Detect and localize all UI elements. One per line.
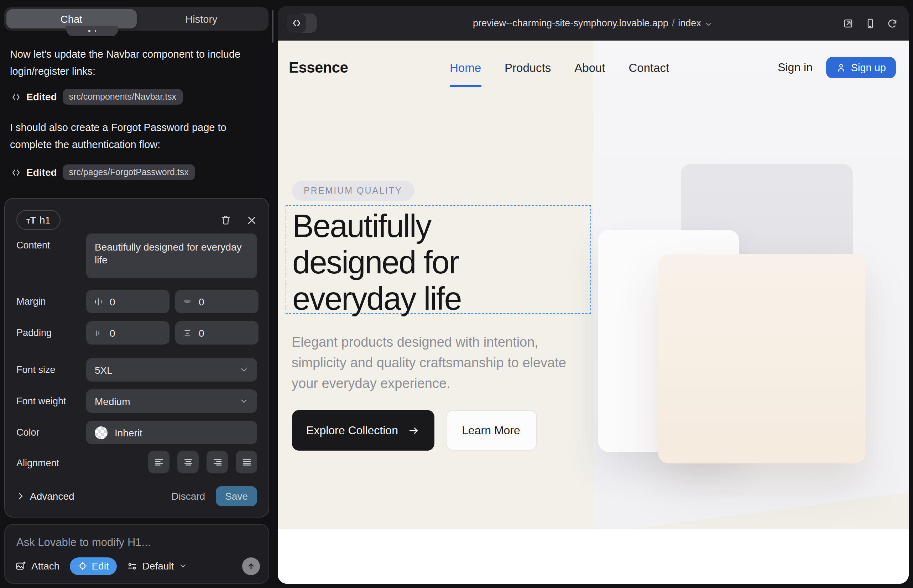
chevron-right-icon (16, 492, 25, 501)
content-field[interactable]: Beautifully designed for everyday life (86, 234, 257, 278)
trash-icon[interactable] (220, 214, 231, 226)
chevron-down-icon (179, 562, 187, 570)
url-separator: / (672, 18, 675, 29)
margin-y-input[interactable]: 0 (175, 290, 259, 313)
open-external-icon[interactable] (842, 18, 854, 29)
sidebar-scrollbar[interactable] (272, 10, 274, 43)
font-weight-select[interactable]: Medium (86, 389, 257, 413)
chat-message: Now let's update the Navbar component to… (10, 45, 251, 80)
padding-x-icon (93, 328, 103, 338)
chat-message: I should also create a Forgot Password p… (10, 119, 251, 153)
image-plus-icon (15, 560, 26, 572)
chevron-down-icon (705, 19, 713, 28)
alignment-label: Alignment (16, 458, 59, 468)
close-icon[interactable] (246, 215, 257, 225)
color-swatch (95, 426, 108, 439)
code-icon (11, 168, 21, 177)
advanced-toggle[interactable]: Advanced (30, 491, 74, 502)
hero-heading[interactable]: Beautifully designed for everyday life (292, 208, 461, 317)
chat-composer[interactable]: Ask Lovable to modify H1... Attach Edit … (4, 524, 269, 584)
person-icon (836, 63, 846, 73)
font-size-value: 5XL (95, 364, 113, 375)
learn-more-button[interactable]: Learn More (445, 410, 537, 451)
align-right-icon (212, 457, 223, 467)
padding-label: Padding (16, 328, 52, 338)
hero-heading-line: everyday life (292, 281, 461, 317)
file-edit-row[interactable]: Edited src/pages/ForgotPassword.tsx (11, 163, 195, 181)
discard-button[interactable]: Discard (171, 491, 205, 502)
align-justify-icon (241, 457, 252, 467)
composer-placeholder[interactable]: Ask Lovable to modify H1... (16, 536, 151, 549)
tab-history[interactable]: History (136, 9, 266, 29)
attach-label: Attach (31, 560, 60, 572)
padding-x-input[interactable]: 0 (86, 321, 170, 344)
hero-heading-line: designed for (292, 244, 461, 281)
save-button[interactable]: Save (216, 486, 257, 506)
scrolled-message-peek[interactable] (66, 26, 118, 36)
chat-sidebar: Chat History Now let's update the Navbar… (0, 0, 277, 588)
url-page: index (678, 18, 701, 29)
dot (88, 30, 90, 32)
padding-y-icon (182, 328, 192, 338)
send-button[interactable] (242, 557, 260, 575)
refresh-icon[interactable] (887, 18, 898, 29)
url-host: preview--charming-site-symphony.lovable.… (473, 18, 669, 29)
site-preview: Essence Home Products About Contact Sign… (277, 40, 909, 584)
preview-url[interactable]: preview--charming-site-symphony.lovable.… (277, 6, 909, 40)
crosshair-icon (77, 561, 87, 571)
attach-button[interactable]: Attach (15, 560, 60, 572)
align-left-icon (154, 457, 164, 467)
content-value: Beautifully designed for everyday life (95, 241, 249, 266)
editor-header: TT h1 (16, 209, 257, 231)
hero-badge: PREMIUM QUALITY (291, 181, 414, 201)
color-value: Inherit (115, 427, 142, 438)
align-center-icon (183, 457, 193, 467)
nav-link-contact[interactable]: Contact (629, 61, 669, 74)
preview-toolbar: preview--charming-site-symphony.lovable.… (277, 6, 909, 40)
color-select[interactable]: Inherit (86, 421, 257, 444)
margin-x-input[interactable]: 0 (86, 290, 170, 313)
mode-selector[interactable]: Default (127, 560, 188, 572)
decorative-card-cream (658, 254, 865, 464)
element-editor-panel: TT h1 Content Beautifully designed for e… (4, 198, 269, 517)
margin-x-icon (93, 297, 103, 307)
arrow-up-icon (246, 561, 256, 570)
font-size-select[interactable]: 5XL (86, 358, 257, 381)
file-edit-row[interactable]: Edited src/components/Navbar.tsx (11, 87, 183, 106)
content-label: Content (16, 240, 50, 250)
explore-collection-button[interactable]: Explore Collection (291, 410, 434, 451)
nav-link-products[interactable]: Products (505, 61, 551, 74)
padding-y-value: 0 (199, 327, 204, 339)
selected-element-outline[interactable]: Beautifully designed for everyday life (285, 205, 591, 314)
nav-link-home[interactable]: Home (450, 61, 481, 74)
explore-collection-label: Explore Collection (306, 424, 398, 437)
next-section (277, 529, 909, 584)
align-right-button[interactable] (207, 451, 228, 473)
chevron-down-icon (239, 396, 249, 406)
padding-y-input[interactable]: 0 (175, 321, 259, 344)
align-center-button[interactable] (177, 451, 199, 473)
align-left-button[interactable] (148, 451, 170, 473)
file-path-pill[interactable]: src/components/Navbar.tsx (63, 89, 183, 105)
app-window: Chat History Now let's update the Navbar… (0, 0, 913, 588)
site-logo[interactable]: Essence (289, 40, 348, 95)
hero-paragraph: Elegant products designed with intention… (291, 332, 576, 394)
element-tag-pill[interactable]: TT h1 (16, 210, 60, 230)
margin-y-icon (182, 297, 192, 307)
sign-up-button[interactable]: Sign up (826, 57, 896, 78)
sign-in-link[interactable]: Sign in (778, 40, 813, 95)
margin-x-value: 0 (110, 296, 115, 307)
typography-icon: TT (26, 215, 36, 225)
sign-up-label: Sign up (851, 62, 886, 73)
align-justify-button[interactable] (236, 451, 257, 473)
edited-label: Edited (26, 91, 57, 102)
code-icon (11, 92, 21, 102)
nav-link-about[interactable]: About (575, 61, 605, 74)
file-path-pill[interactable]: src/pages/ForgotPassword.tsx (63, 165, 195, 180)
edit-mode-pill[interactable]: Edit (70, 557, 117, 575)
edited-label: Edited (26, 166, 57, 178)
preview-frame: preview--charming-site-symphony.lovable.… (277, 6, 909, 584)
hero-heading-line: Beautifully (292, 208, 461, 244)
mobile-view-icon[interactable] (864, 18, 876, 29)
edit-label: Edit (92, 560, 108, 572)
